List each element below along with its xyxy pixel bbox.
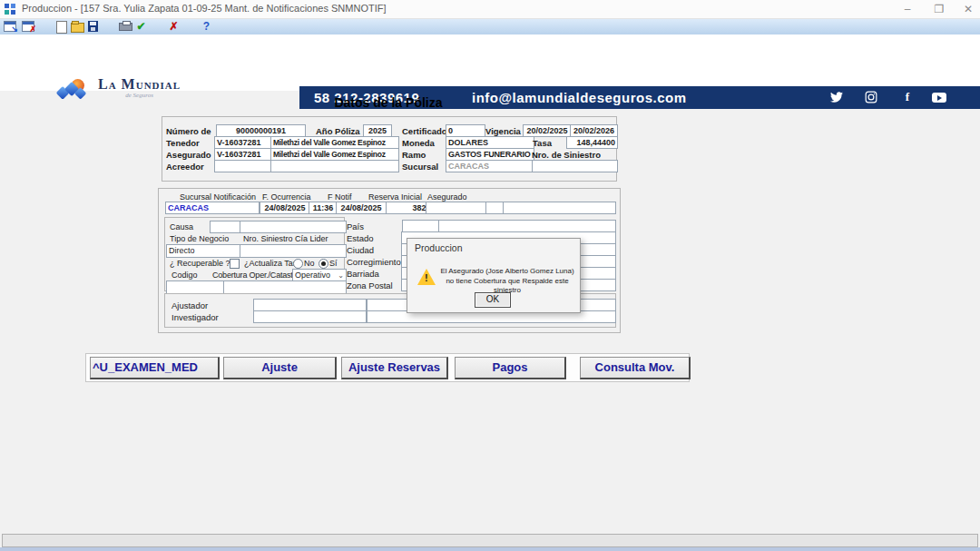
cobertura-code-field[interactable] — [223, 280, 347, 294]
codigo-label: Codigo — [172, 271, 198, 280]
actualiza-tasa-no-radio[interactable] — [293, 259, 303, 269]
cancel-x-icon[interactable]: ✗ — [167, 20, 181, 33]
warning-icon — [417, 269, 436, 285]
restore-button[interactable]: ❐ — [926, 1, 953, 17]
window-bottom-edge — [0, 547, 980, 551]
help-icon[interactable]: ? — [200, 20, 213, 33]
action-bar: ^U_EXAMEN_MED Ajuste Ajuste Reservas Pag… — [85, 353, 690, 382]
investigador-code-field[interactable] — [253, 310, 367, 323]
title-bar: Produccion - [157 Sra. Yulia Zapata 01-0… — [0, 0, 980, 19]
numero-label: Número de — [166, 126, 211, 136]
vigencia-hasta-field[interactable]: 20/02/2026 — [570, 124, 618, 137]
anio-label: Año Póliza — [316, 126, 360, 136]
acreedor-nombre-field[interactable] — [270, 160, 399, 172]
investigador-label: Investigador — [172, 312, 219, 322]
numero-field[interactable]: 90000000191 — [216, 124, 306, 137]
form-select-icon[interactable]: ↘ — [3, 20, 16, 33]
asegurado-code-field[interactable] — [426, 202, 487, 214]
open-folder-icon[interactable] — [70, 20, 83, 33]
header: La Mundial de Seguros 58 212-2839619 inf… — [0, 34, 980, 91]
f-notif-field[interactable]: 24/08/2025 — [336, 202, 387, 214]
anio-field[interactable]: 2025 — [363, 124, 392, 137]
ciudad-label: Ciudad — [347, 245, 374, 255]
page-title: Datos de la Póliza — [162, 95, 615, 110]
moneda-field[interactable]: DOLARES — [446, 136, 534, 149]
logo-name: La Mundial — [98, 76, 181, 93]
notif-asegurado-label: Asegurado — [427, 192, 467, 202]
pais-code-field[interactable] — [402, 220, 440, 232]
recuperable-checkbox[interactable] — [230, 259, 240, 269]
save-icon[interactable] — [86, 20, 100, 33]
codigo-field[interactable] — [166, 280, 226, 294]
ok-button[interactable]: OK — [475, 292, 511, 308]
acreedor-id-field[interactable] — [214, 160, 272, 172]
instagram-icon[interactable] — [865, 91, 879, 103]
sucursal-notif-label: Sucursal Notificación — [180, 192, 256, 202]
asegurado-nombre-notif-field[interactable] — [503, 202, 616, 214]
ajustador-label: Ajustador — [172, 300, 208, 310]
minimize-button[interactable]: – — [894, 1, 921, 17]
f-ocurrencia-field[interactable]: 24/08/2025 — [260, 202, 310, 214]
tasa-field[interactable]: 148,44400 — [566, 136, 618, 149]
nro-siniestro-field[interactable] — [532, 160, 618, 172]
asegurado-nombre-field[interactable]: Milethzi del Valle Gomez Espinoz — [270, 148, 399, 161]
nro-siniestro-label: Nro. de Siniestro — [532, 150, 601, 160]
hora-field[interactable]: 11:36 — [309, 202, 338, 214]
vigencia-desde-field[interactable]: 20/02/2025 — [523, 124, 572, 137]
tenedor-id-field[interactable]: V-16037281 — [214, 136, 272, 149]
form-delete-icon[interactable]: ✗ — [21, 20, 34, 33]
radio-si-label: Sí — [329, 259, 338, 268]
reserva-label: Reserva Inicial — [368, 192, 422, 202]
tenedor-nombre-field[interactable]: Milethzi del Valle Gomez Espinoz — [270, 136, 399, 149]
app-icon — [5, 4, 15, 15]
tipo-negocio-field[interactable]: Directo — [166, 244, 242, 258]
sucursal-label: Sucursal — [402, 162, 438, 172]
ajustador-code-field[interactable] — [253, 299, 367, 311]
dialog-title: Produccion — [415, 242, 463, 253]
twitter-icon[interactable] — [830, 91, 845, 103]
tenedor-label: Tenedor — [166, 138, 200, 148]
print-icon[interactable] — [118, 20, 132, 33]
tasa-label: Tasa — [533, 138, 552, 148]
cobertura-label: Cobertura Oper./Catast. — [212, 271, 295, 280]
toolbar: ↘ ✗ ✔ ✗ ? — [0, 19, 980, 35]
produccion-dialog: Produccion El Asegurado (Jose Alberto Go… — [407, 238, 581, 313]
ajuste-reservas-button[interactable]: Ajuste Reservas — [341, 357, 448, 379]
status-bar — [2, 534, 978, 547]
corregimiento-label: Corregimiento — [347, 257, 401, 267]
ramo-field[interactable]: GASTOS FUNERARIO — [446, 148, 534, 161]
confirm-check-icon[interactable]: ✔ — [134, 20, 148, 33]
policy-panel: Número de Tenedor Asegurado Acreedor 900… — [162, 116, 617, 182]
actualiza-tasa-si-radio[interactable] — [318, 259, 328, 269]
f-notif-label: F Notif — [328, 192, 352, 202]
close-button[interactable]: ✕ — [955, 1, 980, 17]
consulta-mov-button[interactable]: Consulta Mov. — [580, 357, 691, 379]
asegurado-tipo-field[interactable] — [485, 202, 505, 214]
window-title: Produccion - [157 Sra. Yulia Zapata 01-0… — [22, 3, 387, 14]
youtube-icon[interactable] — [932, 91, 946, 103]
dialog-message: El Asegurado (Jose Alberto Gomez Luna) n… — [438, 267, 576, 296]
pais-label: País — [347, 221, 364, 231]
causa-code-field[interactable] — [210, 221, 240, 233]
application-window: Produccion - [157 Sra. Yulia Zapata 01-0… — [0, 0, 980, 551]
tipo-negocio-label: Tipo de Negocio — [170, 234, 229, 243]
causa-label: Causa — [170, 222, 193, 231]
pagos-button[interactable]: Pagos — [455, 357, 566, 379]
certificado-label: Certificado — [402, 126, 447, 136]
sucursal-notif-field[interactable]: CARACAS — [165, 202, 260, 214]
barriada-label: Barriada — [347, 269, 379, 279]
radio-no-label: No — [304, 259, 315, 268]
ramo-label: Ramo — [402, 150, 426, 160]
new-file-icon[interactable] — [54, 20, 68, 33]
pais-field[interactable] — [438, 220, 616, 232]
facebook-icon[interactable]: f — [900, 91, 915, 103]
certificado-field[interactable]: 0 — [446, 124, 485, 137]
recuperable-label: ¿ Recuperable ? — [170, 259, 230, 268]
asegurado-id-field[interactable]: V-16037281 — [214, 148, 272, 161]
examen-med-button[interactable]: ^U_EXAMEN_MED — [90, 357, 220, 379]
causa-desc-field[interactable] — [240, 221, 347, 233]
ajuste-button[interactable]: Ajuste — [223, 357, 337, 379]
sucursal-field[interactable]: CARACAS — [446, 160, 534, 172]
dialog-message-line1: El Asegurado (Jose Alberto Gomez Luna) — [438, 267, 576, 277]
siniestro-cia-field[interactable] — [240, 244, 347, 258]
